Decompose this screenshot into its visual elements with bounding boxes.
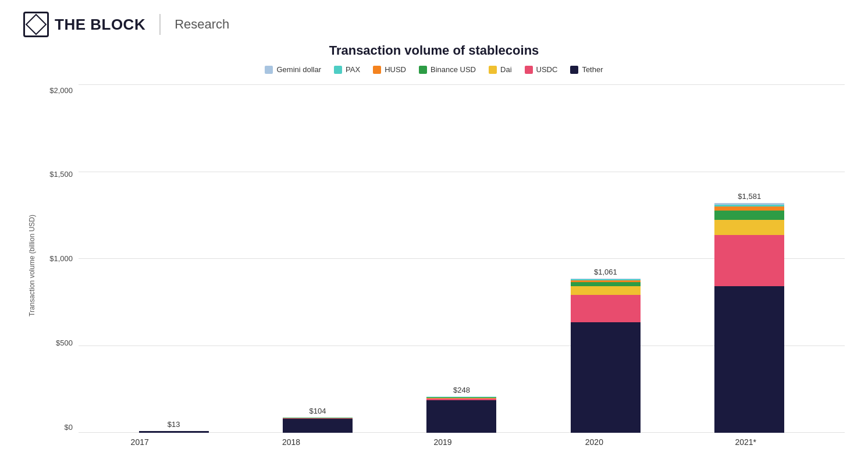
bar-segment: [714, 286, 784, 433]
chart-inner: $0$500$1,000$1,500$2,000 $13$104$248$1,0…: [41, 84, 845, 447]
legend-color: [265, 66, 273, 74]
logo-box: [23, 12, 49, 37]
legend-label: Tether: [582, 65, 603, 74]
bar-segment: [571, 282, 641, 286]
y-tick: $2,000: [41, 84, 79, 96]
x-tick: 2020: [559, 437, 629, 447]
header: THE BLOCK Research: [23, 12, 845, 37]
legend-color: [489, 66, 497, 74]
bar-segment: [571, 286, 641, 295]
bar-group: $248: [426, 386, 496, 433]
y-axis-label-container: Transaction volume (billion USD): [23, 84, 41, 447]
logo: THE BLOCK Research: [23, 12, 229, 37]
legend-item: USDC: [525, 65, 558, 74]
x-tick: 2021*: [711, 437, 781, 447]
legend-item: PAX: [334, 65, 360, 74]
chart-container: Transaction volume (billion USD) $0$500$…: [23, 84, 845, 447]
bar-segment: [426, 400, 496, 433]
bar-total-label: $1,061: [594, 268, 617, 276]
legend-label: HUSD: [385, 65, 406, 74]
bar-stack: [714, 203, 784, 433]
y-tick: $0: [41, 421, 79, 433]
logo-divider: [159, 14, 161, 35]
bar-segment: [714, 211, 784, 220]
legend-label: PAX: [346, 65, 360, 74]
bar-segment: [283, 419, 353, 433]
bar-segment: [714, 220, 784, 235]
y-axis: $0$500$1,000$1,500$2,000: [41, 84, 79, 433]
x-tick: 2019: [408, 437, 478, 447]
bar-segment: [139, 431, 209, 433]
y-axis-label: Transaction volume (billion USD): [28, 215, 36, 316]
bar-total-label: $248: [453, 386, 470, 394]
x-tick: 2018: [257, 437, 326, 447]
bar-total-label: $104: [310, 407, 326, 415]
legend-item: Gemini dollar: [265, 65, 321, 74]
chart-legend: Gemini dollarPAXHUSDBinance USDDaiUSDCTe…: [265, 65, 603, 74]
y-tick: $1,500: [41, 169, 79, 180]
logo-icon: [26, 14, 47, 35]
legend-color: [373, 66, 381, 74]
chart-area: Transaction volume of stablecoins Gemini…: [23, 43, 845, 447]
bar-group: $1,061: [571, 268, 641, 433]
bar-segment: [571, 295, 641, 323]
bar-stack: [139, 431, 209, 433]
bar-group: $1,581: [714, 192, 784, 433]
x-tick: 2017: [105, 437, 175, 447]
brand-name: THE BLOCK: [55, 16, 145, 34]
legend-label: Dai: [500, 65, 512, 74]
legend-item: Dai: [489, 65, 512, 74]
legend-label: USDC: [536, 65, 558, 74]
legend-label: Binance USD: [431, 65, 476, 74]
bar-group: $13: [139, 420, 209, 433]
legend-item: HUSD: [373, 65, 406, 74]
legend-color: [570, 66, 578, 74]
y-tick: $500: [41, 337, 79, 348]
legend-label: Gemini dollar: [276, 65, 321, 74]
bars-row: $13$104$248$1,061$1,581: [79, 84, 845, 433]
x-axis: 20172018201920202021*: [41, 437, 845, 447]
legend-color: [334, 66, 342, 74]
bar-stack: [426, 397, 496, 433]
bar-group: $104: [283, 407, 353, 433]
legend-color: [525, 66, 533, 74]
chart-plot: $0$500$1,000$1,500$2,000 $13$104$248$1,0…: [41, 84, 845, 433]
bar-total-label: $1,581: [738, 192, 761, 201]
legend-color: [419, 66, 427, 74]
bar-stack: [283, 418, 353, 433]
bar-segment: [714, 235, 784, 286]
legend-item: Tether: [570, 65, 603, 74]
bar-total-label: $13: [168, 420, 180, 429]
chart-title: Transaction volume of stablecoins: [329, 43, 539, 58]
bar-segment: [571, 322, 641, 433]
bars-area: $13$104$248$1,061$1,581: [79, 84, 845, 433]
legend-item: Binance USD: [419, 65, 476, 74]
y-tick: $1,000: [41, 253, 79, 265]
bar-stack: [571, 279, 641, 433]
logo-subtitle: Research: [175, 17, 229, 32]
